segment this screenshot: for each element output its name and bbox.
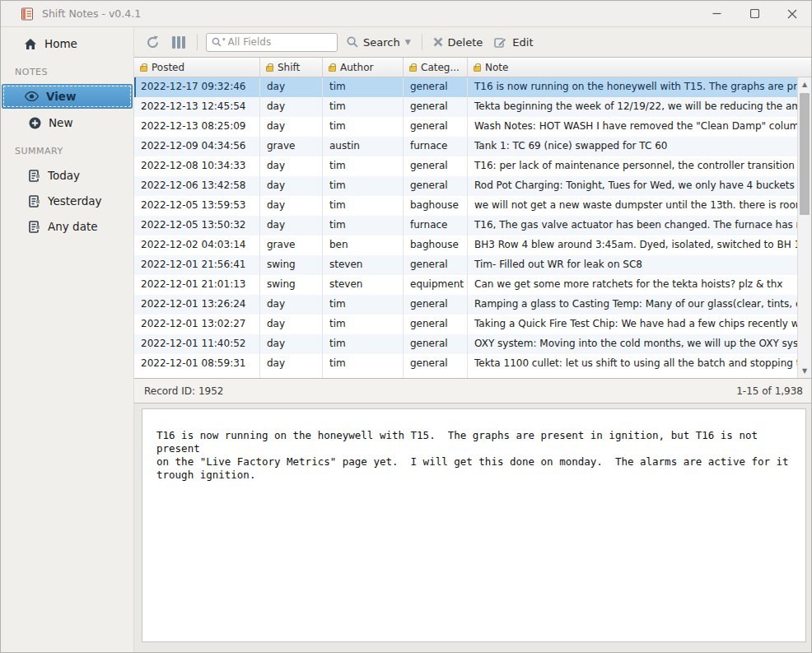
- table-cell: Tekta 1100 cullet: let us shift to using…: [468, 354, 811, 374]
- table-row[interactable]: 2022-12-01 13:26:24daytimgeneralRamping …: [134, 295, 811, 315]
- table-row[interactable]: 2022-12-08 10:34:33daytimgeneralT16: per…: [134, 156, 811, 176]
- table-row[interactable]: 2022-12-17 09:32:46daytimgeneralT16 is n…: [134, 77, 811, 97]
- note-detail-field[interactable]: T16 is now running on the honeywell with…: [142, 408, 806, 642]
- table-cell: 2022-12-08 10:34:33: [134, 156, 260, 176]
- table-cell: day: [260, 117, 323, 137]
- column-header-shift[interactable]: Shift: [260, 58, 323, 77]
- note-doc-icon: [29, 221, 40, 233]
- detail-panel: T16 is now running on the honeywell with…: [134, 403, 811, 652]
- column-header-label: Note: [485, 62, 508, 73]
- column-header-author[interactable]: Author: [323, 58, 404, 77]
- table-cell: furnace: [404, 137, 468, 156]
- table-scrollbar[interactable]: ▲ ▼: [797, 77, 811, 378]
- table-row[interactable]: 2022-12-01 08:59:31daytimgeneralTekta 11…: [134, 354, 811, 374]
- table-cell: tim: [323, 77, 404, 97]
- search-input[interactable]: [228, 36, 332, 48]
- table-row[interactable]: 2022-12-13 12:45:54daytimgeneralTekta be…: [134, 97, 811, 117]
- table-cell: 2022-12-05 13:59:53: [134, 196, 260, 216]
- table-row[interactable]: 2022-12-06 13:42:58daytimgeneralRod Pot …: [134, 176, 811, 196]
- lock-icon: [409, 66, 417, 72]
- table-cell: tim: [323, 374, 404, 378]
- table-cell: 2022-12-02 04:03:14: [134, 236, 260, 255]
- table-cell: day: [260, 176, 323, 196]
- notes-table: Posted Shift Author Categ... Note 2022-1…: [134, 57, 811, 379]
- table-cell: BH3 Row 4 blew around 3:45am. Dyed, isol…: [468, 236, 811, 255]
- table-row[interactable]: 2022-12-01 21:56:41swingstevengeneralTim…: [134, 255, 811, 275]
- table-cell: general: [404, 315, 468, 334]
- scroll-down-icon[interactable]: ▼: [798, 364, 811, 378]
- table-row[interactable]: 2022-12-02 04:03:14gravebenbaghouseBH3 R…: [134, 236, 811, 255]
- sidebar-item-today[interactable]: Today: [1, 164, 133, 187]
- delete-button[interactable]: Delete: [431, 36, 486, 49]
- sidebar-item-view[interactable]: View: [2, 84, 133, 109]
- search-button[interactable]: Search ▼: [344, 36, 413, 49]
- minimize-button[interactable]: [698, 1, 735, 26]
- columns-icon: [172, 36, 185, 49]
- close-button[interactable]: [773, 1, 811, 26]
- table-cell: Can we get some more ratchets for the te…: [468, 275, 811, 295]
- table-cell: day: [260, 196, 323, 216]
- window-controls: [698, 1, 811, 26]
- columns-button[interactable]: [169, 32, 189, 52]
- refresh-button[interactable]: [142, 32, 162, 52]
- search-field[interactable]: ▾: [206, 33, 338, 52]
- sidebar-item-label: Today: [48, 169, 80, 182]
- table-cell: general: [404, 374, 468, 378]
- table-cell: steven: [323, 255, 404, 275]
- table-cell: day: [260, 374, 323, 378]
- table-row[interactable]: 2022-12-01 11:40:52daytimgeneralOXY syst…: [134, 334, 811, 354]
- table-row[interactable]: 2022-12-05 13:59:53daytimbaghousewe will…: [134, 196, 811, 216]
- table-row[interactable]: 2022-12-09 04:34:56graveaustinfurnaceTan…: [134, 137, 811, 156]
- table-cell: tim: [323, 334, 404, 354]
- minimize-icon: [712, 9, 721, 18]
- table-cell: T16, The gas valve actuator has been cha…: [468, 216, 811, 236]
- status-bar: Record ID: 1952 1-15 of 1,938: [134, 379, 811, 403]
- table-row[interactable]: 2022-12-01 05:51:18daytimgeneralWe are d…: [134, 374, 811, 378]
- table-cell: We are d...: [468, 374, 811, 378]
- table-cell: tim: [323, 97, 404, 117]
- scrollbar-track[interactable]: [798, 91, 811, 364]
- table-cell: 2022-12-01 13:02:27: [134, 315, 260, 334]
- table-cell: T16 is now running on the honeywell with…: [468, 77, 811, 97]
- table-cell: day: [260, 334, 323, 354]
- sidebar-item-any-date[interactable]: Any date: [1, 215, 133, 238]
- maximize-icon: [750, 9, 759, 18]
- lock-icon: [329, 66, 336, 72]
- maximize-button[interactable]: [735, 1, 773, 26]
- table-cell: 2022-12-13 08:25:09: [134, 117, 260, 137]
- edit-button[interactable]: Edit: [492, 36, 535, 49]
- table-body: 2022-12-17 09:32:46daytimgeneralT16 is n…: [134, 77, 811, 378]
- scroll-up-icon[interactable]: ▲: [798, 77, 811, 91]
- sidebar-section-notes: NOTES: [1, 55, 133, 82]
- table-cell: we will not get a new waste dumpster unt…: [468, 196, 811, 216]
- table-cell: austin: [323, 137, 404, 156]
- table-row[interactable]: 2022-12-01 21:01:13swingstevenequipmentC…: [134, 275, 811, 295]
- column-header-label: Author: [340, 62, 373, 73]
- table-cell: day: [260, 216, 323, 236]
- note-doc-icon: [29, 195, 40, 208]
- scrollbar-thumb[interactable]: [800, 93, 810, 215]
- search-scope-caret-icon: ▾: [222, 36, 226, 43]
- table-cell: tim: [323, 295, 404, 315]
- table-row[interactable]: 2022-12-05 13:50:32daytimfurnaceT16, The…: [134, 216, 811, 236]
- sidebar-item-new[interactable]: New: [1, 111, 133, 134]
- table-row[interactable]: 2022-12-01 13:02:27daytimgeneralTaking a…: [134, 315, 811, 334]
- table-cell: OXY system: Moving into the cold months,…: [468, 334, 811, 354]
- table-cell: equipment: [404, 275, 468, 295]
- table-cell: Wash Notes: HOT WASH I have removed the …: [468, 117, 811, 137]
- record-range-label: 1-15 of 1,938: [736, 385, 803, 397]
- column-header-posted[interactable]: Posted: [134, 58, 260, 77]
- table-cell: day: [260, 156, 323, 176]
- sidebar-item-home[interactable]: Home: [1, 32, 133, 55]
- window-title: Shift Notes - v0.4.1: [42, 7, 141, 20]
- table-cell: 2022-12-09 04:34:56: [134, 137, 260, 156]
- table-cell: day: [260, 315, 323, 334]
- sidebar-item-label: Home: [44, 37, 77, 50]
- table-cell: steven: [323, 275, 404, 295]
- sidebar-section-summary: SUMMARY: [1, 134, 133, 161]
- table-row[interactable]: 2022-12-13 08:25:09daytimgeneralWash Not…: [134, 117, 811, 137]
- table-cell: 2022-12-13 12:45:54: [134, 97, 260, 117]
- column-header-category[interactable]: Categ...: [404, 58, 468, 77]
- sidebar-item-yesterday[interactable]: Yesterday: [1, 189, 133, 212]
- column-header-note[interactable]: Note: [468, 58, 811, 77]
